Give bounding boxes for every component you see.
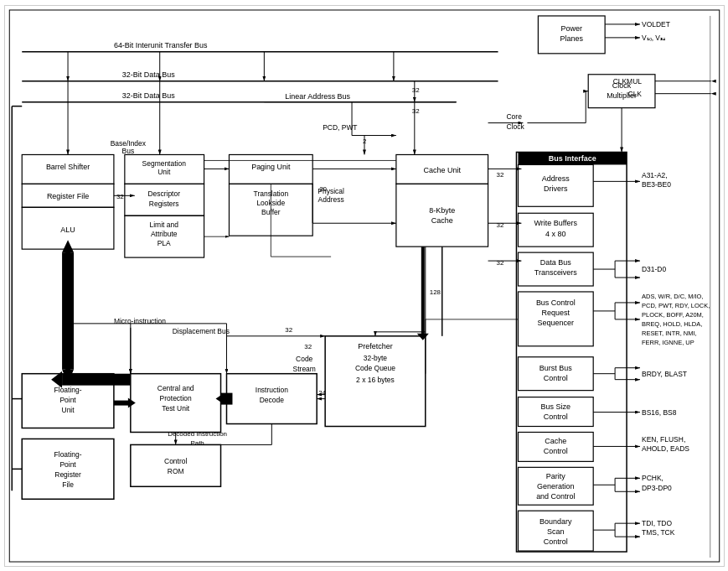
power-planes-label2: Planes [560,34,583,42]
bus-32-cache2: 32 [496,221,503,229]
tdi-tdo-label: TDI, TDO [642,519,672,527]
bus-32bit-mid-label: 32-Bit Data Bus [121,91,174,99]
prefetcher-label: Prefetcher [358,341,392,350]
data-bus-xcvr-label: Data Bus [540,258,571,267]
descriptor-registers-label: Descriptor [147,189,180,198]
burst-bus-label: Burst Bus [539,363,571,371]
bus-32-reg: 32 [116,193,123,200]
bus-32-cache3: 32 [496,259,503,267]
ads-signals-label3: PLOCK, BOFF, A20M, [642,310,704,318]
segmentation-unit-label: Segmentation [142,159,186,168]
limit-attr-label3: PLA [157,239,170,247]
bus-32-code: 32 [304,342,312,350]
a31-a2-label: A31-A2, [642,171,668,179]
clk-label: CLK [627,89,642,97]
bus-32-disp: 32 [285,325,292,333]
power-planes-label: Power [560,23,581,32]
ken-flush-label2: AHOLD, EADS [642,444,689,453]
core-clock-label: Core [506,112,522,120]
write-buffers-label: Write Buffers [534,219,577,227]
micro-instruction-label: Micro-instruction [113,316,165,324]
bus-24-label: 24 [318,388,326,396]
address-drivers-label2: Drivers [544,184,568,193]
prefetcher-label3: Code Queue [354,363,395,371]
central-protection-label3: Test Unit [162,403,190,412]
control-rom-label2: ROM [167,467,183,475]
fpu-label3: Unit [61,405,75,413]
voldet-label: VOLDET [642,19,670,28]
tms-tck-label: TMS, TCK [642,528,675,537]
write-buffers-label2: 4 x 80 [545,230,565,238]
decoded-instr-label2: Path [190,439,204,447]
boundary-scan-label2: Scan [547,527,564,536]
bus-32-label-2: 32 [411,106,419,114]
bus-32bit-top-label: 32-Bit Data Bus [121,70,174,78]
boundary-scan-label: Boundary [540,517,572,526]
bus-ctrl-label3: Sequencer [537,318,573,326]
linear-address-bus-label: Linear Address Bus [285,91,350,100]
svg-rect-33 [395,184,488,247]
diagram-container: 64-Bit Interunit Transfer Bus 32-Bit Dat… [4,5,725,567]
burst-bus-label2: Control [543,373,567,382]
svg-marker-116 [63,242,73,252]
limit-attr-label2: Attribute [150,230,177,238]
bus-2-label: 2 [363,138,367,145]
svg-marker-107 [416,333,428,340]
parity-label: Parity [545,472,565,480]
vcc-vss-label: V₁₀, V₃₄ [642,33,665,41]
d31-d0-label: D31-D0 [642,265,666,273]
bus-128-label: 128 [429,288,441,295]
alu-label: ALU [60,226,75,234]
bus-size-label2: Control [543,412,567,420]
cache-ctrl-label2: Control [543,447,567,455]
code-stream-label: Code [296,354,313,362]
ads-signals-label2: PCD, PWT, RDY, LOCK, [642,301,710,309]
bus-ctrl-label: Bus Control [535,298,575,306]
bus-ctrl-label2: Request [541,308,570,316]
code-stream-label2: Stream [292,364,315,372]
register-file-label: Register File [46,192,88,200]
control-rom-label: Control [164,457,187,465]
fpu-label: Floating- [54,385,81,393]
boundary-scan-label3: Control [543,537,567,546]
cache-8k-label: 8-Kbyte [429,206,455,215]
instruction-decode-label2: Decode [259,395,283,403]
svg-rect-52 [62,373,131,385]
parity-label2: Generation [537,482,574,491]
svg-marker-118 [127,397,135,407]
bus-size-label: Bus Size [540,402,570,410]
fpu-label2: Point [59,395,76,403]
cache-8k-label2: Cache [431,216,452,225]
bus-32-cache1: 32 [496,171,503,179]
paging-unit-label: Paging Unit [251,163,291,171]
ads-signals-label: ADS, W/R, D/C, M/IO, [642,292,703,299]
physical-addr-label2: Address [318,195,343,204]
dp3-dp0-label: DP3-DP0 [642,484,672,492]
ads-signals-label6: FERR, IGNNE, UP [642,338,694,345]
segmentation-unit-label2: Unit [157,168,171,176]
central-protection-label2: Protection [159,393,191,402]
bs16-bs8-label: BS16, BS8 [642,407,677,416]
address-drivers-label: Address [541,174,569,183]
clkmul-label: CLKMUL [612,76,642,85]
ads-signals-label5: RESET, INTR, NMI, [642,329,697,336]
fp-reg-label4: File [62,480,74,489]
be3-be0-label: BE3-BE0 [642,180,671,189]
bus-32-label-1: 32 [411,86,419,93]
prefetcher-label2: 32-byte [363,353,387,361]
barrel-shifter-label: Barrel Shifter [45,163,89,171]
instruction-decode-label: Instruction [255,385,287,393]
central-protection-label: Central and [157,383,194,392]
prefetcher-label4: 2 x 16 bytes [356,375,395,383]
ken-flush-label: KEN, FLUSH, [642,435,685,444]
fp-reg-label3: Register [54,470,81,479]
fp-reg-label: Floating- [54,450,81,459]
cache-unit-label: Cache Unit [423,166,461,174]
bus-64bit-label: 64-Bit Interunit Transfer Bus [113,40,207,49]
cache-ctrl-label: Cache [545,437,566,445]
bus-interface-header: Bus Interface [548,154,596,163]
ads-signals-label4: BREQ, HOLD, HLDA, [642,319,702,327]
parity-label3: and Control [536,492,575,501]
brdy-blast-label: BRDY, BLAST [642,369,687,377]
descriptor-registers-label2: Registers [148,200,178,208]
